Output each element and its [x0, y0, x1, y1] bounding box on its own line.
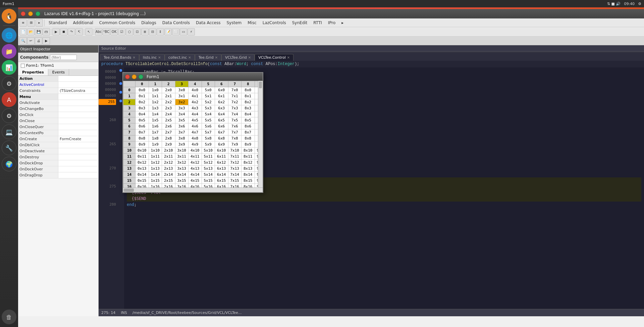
- grid-row-header-10[interactable]: 10: [123, 148, 136, 154]
- grid-cell-15-3[interactable]: 3x15: [175, 178, 189, 184]
- toolbar-btn-scroll[interactable]: ⇕: [157, 28, 164, 36]
- grid-cell-10-1[interactable]: 1x10: [149, 148, 162, 154]
- grid-cell-12-9[interactable]: 9x12: [255, 160, 258, 166]
- grid-cell-16-4[interactable]: 4x16: [189, 184, 202, 188]
- grid-cell-4-7[interactable]: 7x4: [228, 111, 241, 117]
- filter-input[interactable]: [50, 55, 77, 60]
- grid-cell-10-2[interactable]: 2x10: [162, 148, 175, 154]
- grid-cell-2-4[interactable]: 4x2: [189, 99, 202, 105]
- grid-cell-0-8[interactable]: 8x0: [241, 87, 255, 93]
- grid-header-8[interactable]: 8: [241, 81, 255, 87]
- grid-cell-1-3[interactable]: 3x1: [175, 93, 189, 99]
- grid-cell-0-5[interactable]: 5x0: [202, 87, 215, 93]
- dock-icon-tools[interactable]: 🔧: [2, 141, 16, 155]
- grid-cell-8-9[interactable]: 9x8: [255, 135, 258, 142]
- grid-cell-16-3[interactable]: 3x16: [175, 184, 189, 188]
- grid-cell-13-1[interactable]: 1x13: [149, 166, 162, 172]
- prop-value-activecontrol[interactable]: [58, 82, 98, 88]
- grid-cell-10-7[interactable]: 7x10: [228, 148, 241, 154]
- grid-cell-7-6[interactable]: 6x7: [215, 129, 228, 135]
- grid-cell-16-9[interactable]: 9x16: [255, 184, 258, 188]
- grid-cell-5-9[interactable]: 9x5: [255, 117, 258, 123]
- grid-cell-8-4[interactable]: 4x8: [189, 135, 202, 142]
- grid-cell-13-5[interactable]: 5x13: [202, 166, 215, 172]
- grid-cell-9-9[interactable]: 9x9: [255, 142, 258, 148]
- grid-row-header-8[interactable]: 8: [123, 135, 136, 142]
- grid-cell-4-8[interactable]: 8x4: [241, 111, 255, 117]
- grid-row-header-12[interactable]: 12: [123, 160, 136, 166]
- grid-cell-3-2[interactable]: 2x3: [162, 105, 175, 111]
- grid-scrollbar[interactable]: [258, 81, 263, 187]
- grid-cell-2-5[interactable]: 5x2: [202, 99, 215, 105]
- ide-maximize-button[interactable]: [36, 11, 40, 16]
- dock-icon-system[interactable]: ⚙: [2, 108, 16, 123]
- prop-value-oncontextpo[interactable]: [58, 130, 98, 136]
- scrollbar-thumb[interactable]: [259, 81, 262, 88]
- grid-cell-13-4[interactable]: 4x13: [189, 166, 202, 172]
- form1-checkbox[interactable]: [21, 64, 25, 68]
- grid-cell-14-6[interactable]: 6x14: [215, 172, 228, 178]
- grid-cell-1-5[interactable]: 5x1: [202, 93, 215, 99]
- toolbar-btn-save[interactable]: 💾: [35, 28, 42, 36]
- grid-cell-0-2[interactable]: 2x0: [162, 87, 175, 93]
- grid-cell-2-8[interactable]: 8x2: [241, 99, 255, 105]
- grid-cell-13-7[interactable]: 7x13: [228, 166, 241, 172]
- toolbar2-btn-3[interactable]: 🖨: [35, 37, 42, 45]
- menu-icon-2[interactable]: ⊞: [28, 19, 35, 26]
- grid-cell-9-8[interactable]: 8x9: [241, 142, 255, 148]
- grid-cell-7-7[interactable]: 7x7: [228, 129, 241, 135]
- grid-cell-13-6[interactable]: 6x13: [215, 166, 228, 172]
- grid-cell-11-9[interactable]: 9x11: [255, 154, 258, 160]
- grid-cell-15-9[interactable]: 9x15: [255, 178, 258, 184]
- grid-cell-1-6[interactable]: 6x1: [215, 93, 228, 99]
- prop-value-ondeactivate[interactable]: [58, 148, 98, 154]
- toolbar-btn-stop[interactable]: ⏹: [60, 28, 67, 36]
- grid-header-5[interactable]: 5: [202, 81, 215, 87]
- menu-lazcontrols[interactable]: LazControls: [260, 19, 289, 26]
- toolbar-btn-new[interactable]: 📄: [19, 28, 27, 36]
- grid-cell-1-1[interactable]: 1x1: [149, 93, 162, 99]
- menu-common-controls[interactable]: Common Controls: [97, 19, 138, 26]
- toolbar-btn-memo[interactable]: 📝: [164, 28, 172, 36]
- grid-cell-0-6[interactable]: 6x0: [215, 87, 228, 93]
- grid-cell-13-3[interactable]: 3x13: [175, 166, 189, 172]
- grid-cell-7-0[interactable]: 0x7: [136, 129, 149, 135]
- grid-cell-8-6[interactable]: 6x8: [215, 135, 228, 142]
- grid-cell-11-2[interactable]: 2x11: [162, 154, 175, 160]
- toolbar-btn-step[interactable]: ↷: [68, 28, 75, 36]
- toolbar-btn-list[interactable]: ≣: [141, 28, 149, 36]
- grid-cell-4-9[interactable]: 9x4: [255, 111, 258, 117]
- grid-cell-10-5[interactable]: 5x10: [202, 148, 215, 154]
- toolbar-btn-ok[interactable]: OK: [110, 28, 118, 36]
- grid-cell-12-4[interactable]: 4x12: [189, 160, 202, 166]
- dock-icon-files[interactable]: 📁: [2, 44, 16, 59]
- grid-cell-16-1[interactable]: 1x16: [149, 184, 162, 188]
- menu-data-controls[interactable]: Data Controls: [160, 19, 193, 26]
- grid-cell-1-2[interactable]: 2x1: [162, 93, 175, 99]
- form1-min-btn[interactable]: [132, 74, 137, 79]
- grid-cell-8-0[interactable]: 0x8: [136, 135, 149, 142]
- grid-row-header-14[interactable]: 14: [123, 172, 136, 178]
- grid-cell-2-6[interactable]: 6x2: [215, 99, 228, 105]
- grid-row-header-16[interactable]: 16: [123, 184, 136, 188]
- toolbar-btn-run[interactable]: ▶: [52, 28, 60, 36]
- grid-cell-11-8[interactable]: 8x11: [241, 154, 255, 160]
- grid-cell-5-6[interactable]: 6x5: [215, 117, 228, 123]
- hscroll-thumb[interactable]: [124, 188, 134, 192]
- grid-header-4[interactable]: 4: [189, 81, 202, 87]
- grid-cell-14-7[interactable]: 7x14: [228, 172, 241, 178]
- menu-icon-3[interactable]: ▸: [36, 19, 43, 26]
- grid-row-header-3[interactable]: 3: [123, 105, 136, 111]
- grid-cell-2-2[interactable]: 2x2: [162, 99, 175, 105]
- grid-cell-0-1[interactable]: 1x0: [149, 87, 162, 93]
- tab-close-collect-inc[interactable]: ✕: [188, 56, 191, 59]
- toolbar-btn-open[interactable]: 📂: [27, 28, 35, 36]
- grid-cell-5-2[interactable]: 2x5: [162, 117, 175, 123]
- grid-cell-0-3[interactable]: 3x0: [175, 87, 189, 93]
- grid-cell-4-0[interactable]: 0x4: [136, 111, 149, 117]
- grid-cell-16-6[interactable]: 6x16: [215, 184, 228, 188]
- grid-cell-14-0[interactable]: 0x14: [136, 172, 149, 178]
- grid-header-7[interactable]: 7: [228, 81, 241, 87]
- toolbar-btn-combo[interactable]: ⊟: [149, 28, 156, 36]
- grid-cell-11-0[interactable]: 0x11: [136, 154, 149, 160]
